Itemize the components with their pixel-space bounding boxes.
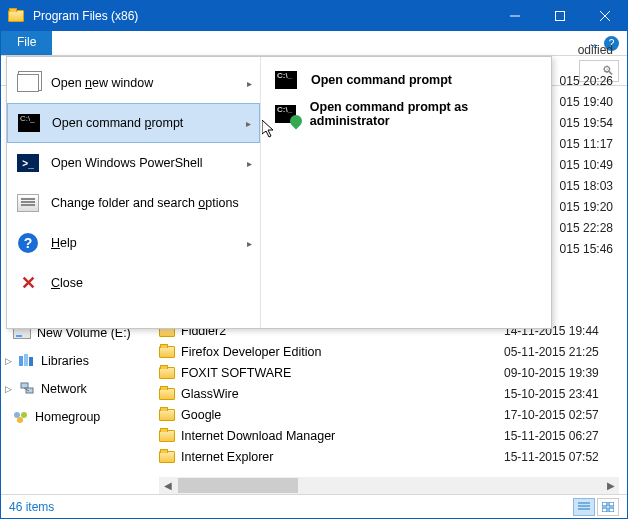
submenu-label: Open command prompt as administrator <box>310 100 537 128</box>
list-item[interactable]: GlassWire15-10-2015 23:41 <box>159 383 619 404</box>
svg-point-12 <box>17 417 23 423</box>
new-window-icon <box>17 74 39 92</box>
svg-rect-16 <box>602 502 607 506</box>
close-icon: ✕ <box>21 272 36 294</box>
menu-label: Open Windows PowerShell <box>51 156 202 170</box>
status-bar: 46 items <box>1 494 627 518</box>
nav-network[interactable]: ▷ Network <box>5 378 151 400</box>
submenu-open-cmd[interactable]: C:\_ Open command prompt <box>261 63 551 97</box>
nav-libraries[interactable]: ▷ Libraries <box>5 350 151 372</box>
submenu-open-cmd-admin[interactable]: C:\_ Open command prompt as administrato… <box>261 97 551 131</box>
menu-open-new-window[interactable]: Open new window Open new window ▸ <box>7 63 260 103</box>
menu-help[interactable]: ? Help Help ▸ <box>7 223 260 263</box>
help-icon: ? <box>18 233 38 253</box>
chevron-right-icon: ▷ <box>5 356 13 366</box>
scroll-right-icon[interactable]: ▶ <box>602 480 619 491</box>
svg-rect-5 <box>24 354 28 366</box>
chevron-right-icon: ▸ <box>246 118 251 129</box>
menu-open-powershell[interactable]: >_ Open Windows PowerShell ▸ <box>7 143 260 183</box>
svg-point-10 <box>14 412 20 418</box>
nav-homegroup[interactable]: Homegroup <box>13 406 151 428</box>
folder-icon <box>159 430 175 442</box>
list-item[interactable]: Internet Download Manager15-11-2015 06:2… <box>159 425 619 446</box>
svg-point-11 <box>21 412 27 418</box>
scroll-left-icon[interactable]: ◀ <box>159 480 176 491</box>
powershell-icon: >_ <box>17 154 39 172</box>
svg-rect-17 <box>609 502 614 506</box>
menu-close[interactable]: ✕ Close Close <box>7 263 260 303</box>
column-header-date[interactable]: odified <box>578 43 613 57</box>
svg-rect-19 <box>609 508 614 512</box>
libraries-icon <box>19 353 35 370</box>
chevron-right-icon: ▸ <box>247 238 252 249</box>
file-menu: Open new window Open new window ▸ C:\_ O… <box>6 56 552 329</box>
chevron-right-icon: ▸ <box>247 78 252 89</box>
close-button[interactable] <box>582 1 627 31</box>
cmd-icon: C:\_ <box>275 71 297 89</box>
list-item[interactable]: Google17-10-2015 02:57 <box>159 404 619 425</box>
details-view-button[interactable] <box>573 498 595 516</box>
svg-rect-18 <box>602 508 607 512</box>
window-title: Program Files (x86) <box>31 9 492 23</box>
maximize-button[interactable] <box>537 1 582 31</box>
cmd-icon: C:\_ <box>18 114 40 132</box>
file-list: Fiddler214-11-2015 19:44 Firefox Develop… <box>159 320 619 476</box>
horizontal-scrollbar[interactable]: ◀ ▶ <box>159 477 619 494</box>
item-count: 46 items <box>9 500 54 514</box>
menu-open-command-prompt[interactable]: C:\_ Open command prompt Open command pr… <box>7 103 260 143</box>
menu-label: Help <box>51 236 77 250</box>
options-icon <box>17 194 39 212</box>
menu-label: Open new window <box>51 76 153 90</box>
submenu-label: Open command prompt <box>311 73 452 87</box>
chevron-right-icon: ▷ <box>5 384 13 394</box>
list-item[interactable]: Firefox Developer Edition05-11-2015 21:2… <box>159 341 619 362</box>
svg-rect-1 <box>555 12 564 21</box>
folder-icon <box>1 10 31 22</box>
svg-rect-4 <box>19 356 23 366</box>
menu-label: Change folder and search options <box>51 196 239 210</box>
list-item[interactable]: FOXIT SOFTWARE09-10-2015 19:39 <box>159 362 619 383</box>
folder-icon <box>159 388 175 400</box>
file-tab[interactable]: File <box>1 31 52 55</box>
scroll-thumb[interactable] <box>178 478 298 493</box>
homegroup-icon <box>13 410 29 424</box>
thumbnails-view-button[interactable] <box>597 498 619 516</box>
svg-rect-7 <box>21 383 28 388</box>
cmd-admin-icon: C:\_ <box>275 105 296 123</box>
folder-icon <box>159 409 175 421</box>
folder-icon <box>159 451 175 463</box>
file-menu-submenu: C:\_ Open command prompt C:\_ Open comma… <box>261 57 551 328</box>
minimize-button[interactable] <box>492 1 537 31</box>
folder-icon <box>159 367 175 379</box>
network-icon <box>19 382 35 396</box>
file-menu-primary: Open new window Open new window ▸ C:\_ O… <box>7 57 261 328</box>
ribbon: File ⌄ ? <box>1 31 627 56</box>
svg-rect-8 <box>26 388 33 393</box>
svg-rect-6 <box>29 357 33 366</box>
list-item[interactable]: Internet Explorer15-11-2015 07:52 <box>159 446 619 467</box>
folder-icon <box>159 346 175 358</box>
menu-change-options[interactable]: Change folder and search options Change … <box>7 183 260 223</box>
title-bar: Program Files (x86) <box>1 1 627 31</box>
menu-label: Open command prompt <box>52 116 183 130</box>
chevron-right-icon: ▸ <box>247 158 252 169</box>
menu-label: Close <box>51 276 83 290</box>
